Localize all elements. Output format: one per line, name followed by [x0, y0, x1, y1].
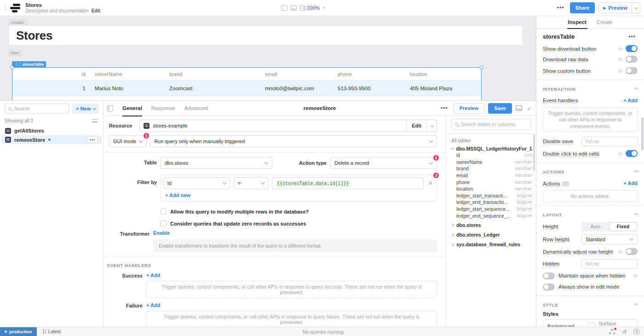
fx-icon[interactable]: ƒx: [633, 273, 638, 278]
success-add-link[interactable]: + Add: [146, 272, 160, 278]
remove-filter-icon[interactable]: ×: [427, 180, 434, 187]
toggle-left-panel-icon[interactable]: [282, 6, 288, 11]
dynamic-row-height-toggle[interactable]: [626, 248, 638, 255]
debug-tools-icon[interactable]: [609, 329, 615, 334]
new-query-button[interactable]: + New: [72, 104, 99, 114]
collapse-sidebar-icon[interactable]: [107, 105, 113, 111]
expand-editor-icon[interactable]: ↔: [524, 104, 533, 112]
row-height-select[interactable]: Standard: [581, 234, 638, 244]
column-header[interactable]: ownerName: [90, 71, 165, 77]
stores-table-tag[interactable]: ⋮⋮ storesTable: [12, 61, 46, 67]
fx-icon[interactable]: ƒx: [618, 249, 622, 254]
schema-table-collapsed[interactable]: dbo.stores: [451, 222, 532, 229]
always-show-toggle[interactable]: [543, 284, 555, 290]
schema-field[interactable]: ledger_end_sequence_...bigint: [451, 212, 532, 219]
cell-phone[interactable]: 513-993-9500: [333, 86, 405, 91]
version-label[interactable]: Latest: [42, 329, 61, 334]
history-icon[interactable]: ↺: [622, 329, 627, 335]
cell-id[interactable]: 1: [13, 86, 90, 91]
resize-handle-left[interactable]: [10, 65, 14, 69]
environment-badge[interactable]: production: [0, 327, 37, 336]
table-row[interactable]: 1 Marius Noto Zoomcast mnoto0@twitpic.co…: [13, 81, 481, 96]
gui-mode-select[interactable]: GUI mode: [109, 135, 147, 147]
failure-add-link[interactable]: + Add: [146, 302, 160, 308]
drag-handle-icon[interactable]: ⋮: [2, 5, 7, 11]
zoom-out-button[interactable]: -: [302, 5, 304, 11]
app-canvas[interactable]: Header Stores Main ⋮⋮ storesTable id own…: [0, 16, 536, 100]
tab-response[interactable]: Response: [147, 101, 180, 116]
schema-field[interactable]: ledger_start_transacti...bigint: [451, 192, 532, 199]
schema-field[interactable]: ledger_start_sequence...bigint: [451, 206, 532, 213]
height-fixed-option[interactable]: Fixed: [609, 222, 637, 231]
column-header[interactable]: email: [260, 71, 333, 77]
app-more-button[interactable]: •••: [555, 4, 566, 12]
download-raw-data-toggle[interactable]: [626, 56, 638, 63]
column-header[interactable]: phone: [333, 71, 405, 77]
cell-ownername[interactable]: Marius Noto: [90, 86, 165, 91]
add-action-link[interactable]: + Add: [624, 180, 638, 186]
query-item-getallstores[interactable]: getAllStores: [1, 127, 102, 135]
color-swatch[interactable]: [588, 323, 595, 327]
schema-scrollbar[interactable]: [533, 134, 535, 171]
schema-field[interactable]: phonevarchar: [451, 179, 532, 185]
resource-select[interactable]: stores-example Edit: [139, 120, 437, 132]
resize-handle-right[interactable]: [480, 65, 483, 69]
table-select[interactable]: dbo.stores: [161, 157, 272, 169]
zero-records-checkbox[interactable]: [161, 220, 167, 226]
preview-button[interactable]: ▶Preview: [598, 2, 640, 13]
style-row-background[interactable]: Background Surface primary: [543, 320, 637, 327]
column-header[interactable]: id: [13, 71, 90, 77]
selected-component-name[interactable]: storesTable: [543, 34, 575, 40]
fx-icon[interactable]: ƒx: [618, 46, 622, 51]
tab-general[interactable]: General: [118, 101, 147, 116]
retool-logo[interactable]: [9, 3, 21, 12]
collapse-section-icon[interactable]: [635, 213, 638, 216]
allow-multiple-rows-checkbox[interactable]: [161, 209, 167, 214]
filter-icon[interactable]: [92, 119, 98, 123]
fx-icon[interactable]: ƒx: [618, 151, 622, 156]
fx-icon[interactable]: ƒx: [618, 69, 622, 73]
cell-location[interactable]: 405 Moland Plaza: [405, 86, 481, 91]
resource-edit-button[interactable]: Edit: [406, 120, 426, 131]
filter-field-select[interactable]: id: [163, 177, 230, 189]
disable-save-input[interactable]: [581, 137, 638, 146]
page-title[interactable]: Stores: [16, 29, 52, 43]
panel-position-icon[interactable]: [516, 105, 522, 111]
inspector-scrollbar[interactable]: [641, 117, 644, 151]
query-search-box[interactable]: [5, 104, 69, 114]
collapse-section-icon[interactable]: [635, 170, 638, 173]
show-custom-button-toggle[interactable]: [626, 67, 638, 74]
component-more-button[interactable]: •••: [627, 33, 638, 41]
schema-table-collapsed[interactable]: dbo.stores_Ledger: [451, 232, 532, 238]
filter-operator-select[interactable]: =: [234, 177, 269, 189]
schema-table-expanded[interactable]: dbo.MSSQL_LedgerHistoryFor_15255...: [451, 145, 532, 152]
tab-create[interactable]: Create: [597, 16, 613, 29]
main-frame-tag[interactable]: Main: [8, 50, 22, 56]
cell-brand[interactable]: Zoomcast: [165, 86, 260, 91]
zoom-in-button[interactable]: +: [322, 5, 326, 11]
schema-field[interactable]: idint: [451, 152, 532, 159]
double-click-edit-toggle[interactable]: [626, 150, 638, 157]
query-item-removestore[interactable]: removeStore •••: [1, 135, 102, 144]
header-container[interactable]: Stores: [8, 25, 523, 46]
query-more-button[interactable]: •••: [439, 104, 450, 112]
share-button[interactable]: Share: [570, 2, 595, 13]
add-filter-link[interactable]: + Add new: [165, 192, 434, 198]
edit-description-link[interactable]: Edit: [92, 8, 100, 13]
collapse-section-icon[interactable]: [635, 87, 638, 90]
query-preview-button[interactable]: Preview: [454, 103, 485, 114]
show-download-button-toggle[interactable]: [626, 45, 638, 52]
header-frame-tag[interactable]: Header: [8, 19, 27, 26]
schema-table-collapsed[interactable]: sys.database_firewall_rules: [451, 241, 532, 248]
action-type-select[interactable]: Delete a record 2: [330, 157, 437, 169]
stores-table-component[interactable]: id ownerName brand email phone location …: [12, 68, 481, 100]
toggle-bottom-panel-icon[interactable]: [291, 6, 297, 11]
collapse-section-icon[interactable]: [635, 303, 638, 306]
schema-field[interactable]: brandvarchar: [451, 165, 532, 172]
transformer-enable-link[interactable]: Enable: [153, 230, 170, 236]
preview-dropdown-button[interactable]: [632, 3, 640, 13]
resource-chevron[interactable]: [426, 120, 437, 131]
filter-expression-input[interactable]: {{storesTable.data.id[i]}}: [272, 177, 424, 189]
schema-field[interactable]: locationvarchar: [451, 185, 532, 192]
query-more-button[interactable]: •••: [87, 136, 98, 143]
